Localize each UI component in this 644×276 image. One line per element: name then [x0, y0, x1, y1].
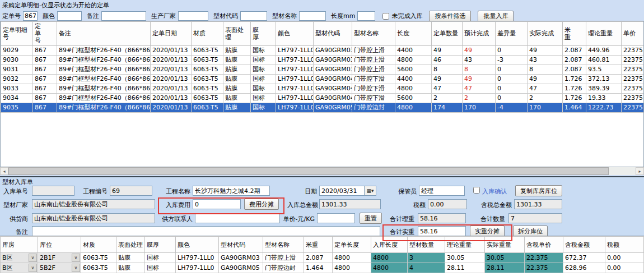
- horizontal-scrollbar[interactable]: ◂ ▸: [0, 167, 644, 175]
- column-header[interactable]: 定单长度: [333, 237, 371, 253]
- cell[interactable]: GA90GRM05: [314, 103, 352, 112]
- cell[interactable]: 0.00: [605, 263, 644, 273]
- total-theory-input[interactable]: [418, 213, 466, 223]
- cell[interactable]: GA90GRM03: [314, 55, 352, 65]
- cell[interactable]: -3: [496, 55, 528, 65]
- cell[interactable]: 867: [33, 84, 57, 93]
- cell[interactable]: 国标: [251, 103, 276, 112]
- cell[interactable]: 49: [528, 74, 563, 84]
- table-row[interactable]: 903086789#门框型材F26-F40（866*867）2020/01/13…: [1, 55, 644, 65]
- cell[interactable]: 5B2F∨: [38, 263, 81, 273]
- split-location-button[interactable]: 拆分库位: [513, 226, 548, 237]
- column-header[interactable]: 材质: [192, 22, 223, 46]
- cell[interactable]: 贴膜: [223, 103, 251, 112]
- cell[interactable]: 49: [463, 74, 496, 84]
- cell[interactable]: 22375: [622, 84, 644, 93]
- filter-color-input[interactable]: [57, 11, 82, 21]
- copy-warehouse-button[interactable]: 复制库房库位: [515, 185, 562, 196]
- calendar-dropdown-icon[interactable]: ▦▾: [364, 186, 376, 196]
- dropdown-arrow-icon[interactable]: ∨: [29, 254, 37, 262]
- filter-profile-code-input[interactable]: [240, 11, 267, 21]
- scroll-left-icon[interactable]: ◂: [0, 167, 8, 175]
- cell[interactable]: LH797-1LL0: [276, 65, 314, 74]
- cell[interactable]: 389.39: [586, 84, 622, 93]
- cell[interactable]: 628.96: [563, 263, 605, 273]
- column-header[interactable]: 预计完成: [463, 22, 496, 46]
- column-header[interactable]: 颜色: [176, 237, 219, 253]
- column-header[interactable]: 库位: [38, 237, 81, 253]
- cell[interactable]: 4800: [395, 84, 432, 93]
- cell[interactable]: 170: [528, 103, 563, 112]
- cell[interactable]: 门带腔下滑: [352, 93, 395, 103]
- fee-allocate-button[interactable]: 费用分摊: [244, 199, 279, 210]
- cell[interactable]: 89#门框型材F26-F40（866*867）: [57, 74, 151, 84]
- cell[interactable]: 4800: [395, 55, 432, 65]
- cell[interactable]: 4400: [395, 74, 432, 84]
- cell[interactable]: 9033: [1, 84, 33, 93]
- table-row[interactable]: 903486789#门框型材F26-F40（866*867）2020/01/13…: [1, 93, 644, 103]
- cell[interactable]: B区∨: [1, 253, 38, 263]
- column-header[interactable]: 含税金额: [563, 237, 605, 253]
- cell[interactable]: 门带腔上滑: [352, 65, 395, 74]
- cell[interactable]: 2.087: [563, 65, 586, 74]
- cell[interactable]: 89#门框型材F26-F40（866*867）: [57, 93, 151, 103]
- cell[interactable]: GA90GRM04: [314, 93, 352, 103]
- table-row[interactable]: B区∨2B1F∨6063-T5贴膜国标LH797-1LL0GA90GRM03门带…: [1, 253, 644, 263]
- table-row[interactable]: 903186789#门框型材F26-F40（866*867）2020/01/13…: [1, 65, 644, 74]
- cell[interactable]: 6063-T5: [192, 55, 223, 65]
- cell[interactable]: LH797-1LL0: [276, 74, 314, 84]
- column-header[interactable]: 长度: [395, 22, 432, 46]
- cell[interactable]: 867: [33, 65, 57, 74]
- cell[interactable]: 国标: [251, 55, 276, 65]
- cell[interactable]: 0: [496, 45, 528, 55]
- cell[interactable]: 6063-T5: [192, 65, 223, 74]
- cell[interactable]: 47: [528, 84, 563, 93]
- cell[interactable]: 2.087: [563, 45, 586, 55]
- column-header[interactable]: 单价: [622, 22, 644, 46]
- cell[interactable]: 门带腔下滑: [352, 84, 395, 93]
- scrollbar-thumb[interactable]: [8, 167, 609, 175]
- cell[interactable]: GA90GRM03: [314, 45, 352, 55]
- column-header[interactable]: 库房: [1, 237, 38, 253]
- cell[interactable]: 贴膜: [223, 55, 251, 65]
- cell[interactable]: 2020/01/13: [151, 93, 192, 103]
- cell[interactable]: 8: [528, 65, 563, 74]
- tax-input[interactable]: [428, 199, 467, 209]
- cell[interactable]: 43: [528, 55, 563, 65]
- cell[interactable]: 372.13: [586, 74, 622, 84]
- total-with-tax-input[interactable]: [514, 199, 562, 209]
- cell[interactable]: GA90GRM03: [219, 253, 263, 263]
- cell[interactable]: 2020/01/13: [151, 84, 192, 93]
- cell[interactable]: 9029: [1, 45, 33, 55]
- cell[interactable]: 2020/01/13: [151, 65, 192, 74]
- column-header[interactable]: 米重: [563, 22, 586, 46]
- filter-order-no-input[interactable]: [23, 11, 38, 21]
- column-header[interactable]: 型材名称: [263, 237, 304, 253]
- cell[interactable]: 1.726: [563, 84, 586, 93]
- cell[interactable]: LH797-1LL0: [276, 84, 314, 93]
- cell[interactable]: 国标: [145, 263, 176, 273]
- project-no-input[interactable]: [110, 186, 152, 196]
- cell[interactable]: 2.087: [304, 253, 333, 263]
- cell[interactable]: LH797-1LL0: [176, 263, 219, 273]
- cell[interactable]: 867: [33, 55, 57, 65]
- cell[interactable]: 0: [496, 93, 528, 103]
- cell[interactable]: 1.464: [304, 263, 333, 273]
- filter-by-condition-button[interactable]: 按条件筛选: [429, 11, 471, 22]
- supplier-input[interactable]: [32, 213, 155, 223]
- column-header[interactable]: 定单日期: [151, 22, 192, 46]
- cell[interactable]: 6063-T5: [81, 253, 116, 263]
- cell[interactable]: 门带腔上滑: [352, 45, 395, 55]
- cell[interactable]: 门带腔上滑: [352, 55, 395, 65]
- scroll-right-icon[interactable]: ▸: [636, 167, 644, 175]
- column-header[interactable]: 型材名称: [352, 22, 395, 46]
- table-row[interactable]: B区∨5B2F∨6063-T5贴膜国标LH797-1LL0GA90GRM05门带…: [1, 263, 644, 273]
- cell[interactable]: 22375: [622, 103, 644, 112]
- cell[interactable]: 国标: [251, 65, 276, 74]
- cell[interactable]: 46: [432, 55, 463, 65]
- cell[interactable]: 国标: [251, 74, 276, 84]
- cell[interactable]: 2020/01/13: [151, 45, 192, 55]
- remark-input[interactable]: [32, 226, 380, 236]
- cell[interactable]: 4: [408, 263, 445, 273]
- cell[interactable]: 22.375: [525, 263, 563, 273]
